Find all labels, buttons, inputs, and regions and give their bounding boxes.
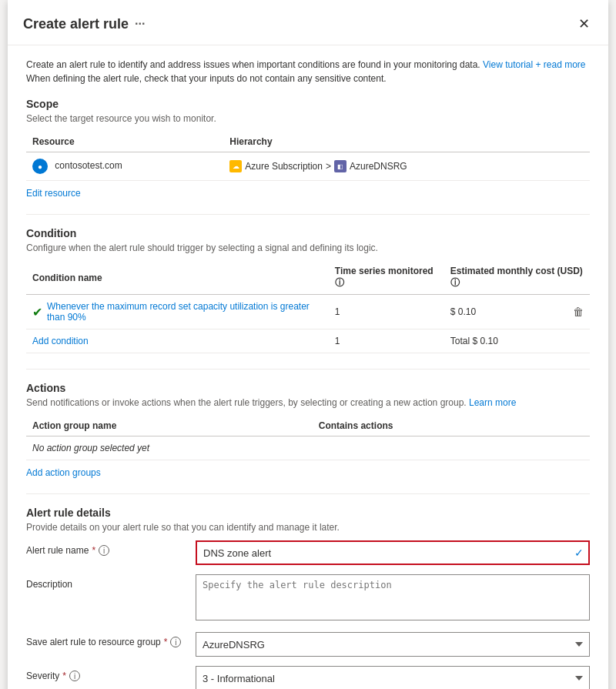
condition-cost-cell: $ 0.10 🗑	[444, 295, 590, 329]
total-time-series: 1	[329, 329, 444, 353]
actions-table: Action group name Contains actions No ac…	[26, 416, 590, 460]
view-tutorial-link[interactable]: View tutorial + read more	[483, 59, 586, 70]
close-button[interactable]: ✕	[575, 12, 593, 35]
severity-label: Severity * i	[26, 666, 196, 681]
divider-condition-actions	[26, 369, 590, 370]
add-condition-link[interactable]: Add condition	[32, 336, 89, 346]
condition-col-time: Time series monitored ⓘ	[329, 261, 444, 295]
create-alert-rule-modal: Create alert rule ··· ✕ Create an alert …	[8, 0, 608, 689]
resource-icon: ●	[32, 159, 48, 174]
delete-condition-icon[interactable]: 🗑	[573, 306, 584, 318]
alert-rule-name-label: Alert rule name * i	[26, 540, 196, 556]
scope-col-resource: Resource	[26, 132, 223, 152]
scope-table: Resource Hierarchy ● contosotest.com ☁	[26, 132, 590, 181]
condition-section: Condition Configure when the alert rule …	[26, 227, 590, 353]
condition-cost: $ 0.10	[450, 306, 476, 317]
add-action-groups-link[interactable]: Add action groups	[26, 467, 101, 478]
actions-description: Send notifications or invoke actions whe…	[26, 397, 590, 408]
condition-check-icon: ✔	[32, 305, 42, 319]
table-row: ● contosotest.com ☁ Azure Subscription >…	[26, 152, 590, 181]
resource-group-row: Save alert rule to resource group * i Az…	[26, 632, 590, 657]
no-action-text: No action group selected yet	[26, 436, 590, 460]
resource-name: contosotest.com	[55, 160, 122, 171]
condition-time-series: 1	[329, 295, 444, 329]
divider-actions-details	[26, 493, 590, 494]
modal-title-text: Create alert rule	[23, 16, 129, 32]
description-label: Description	[26, 574, 196, 590]
intro-text: Create an alert rule to identify and add…	[26, 58, 590, 85]
rg-info-icon[interactable]: i	[170, 637, 181, 647]
scope-description: Select the target resource you wish to m…	[26, 113, 590, 124]
condition-table: Condition name Time series monitored ⓘ E…	[26, 261, 590, 353]
rg-required-star: *	[164, 637, 168, 647]
severity-control: 3 - Informational	[196, 666, 590, 689]
learn-more-link[interactable]: Learn more	[469, 397, 516, 408]
actions-col-contains: Contains actions	[288, 416, 590, 436]
azure-sub-icon: ☁	[229, 160, 242, 172]
severity-info-icon[interactable]: i	[69, 671, 80, 681]
resource-group-label: Save alert rule to resource group * i	[26, 632, 196, 647]
name-required-star: *	[92, 545, 95, 556]
ellipsis-menu-icon[interactable]: ···	[135, 17, 145, 31]
resource-group-control: AzureDNSRG	[196, 632, 590, 657]
scope-col-hierarchy: Hierarchy	[223, 132, 590, 152]
condition-title: Condition	[26, 227, 590, 239]
condition-description: Configure when the alert rule should tri…	[26, 242, 590, 253]
divider-scope-condition	[26, 214, 590, 215]
modal-title-group: Create alert rule ···	[23, 16, 145, 32]
hierarchy-arrow: >	[326, 161, 331, 172]
actions-col-name: Action group name	[26, 416, 288, 436]
actions-section: Actions Send notifications or invoke act…	[26, 382, 590, 478]
description-control	[196, 574, 590, 623]
rg-text: AzureDNSRG	[350, 161, 407, 172]
alert-rule-name-input[interactable]	[196, 540, 590, 565]
name-input-check-icon: ✓	[574, 547, 584, 559]
name-info-icon[interactable]: i	[99, 545, 109, 556]
add-condition-row: Add condition 1 Total $ 0.10	[26, 329, 590, 353]
severity-required-star: *	[62, 671, 66, 681]
description-textarea[interactable]	[196, 574, 590, 620]
table-row: ✔ Whenever the maximum record set capaci…	[26, 295, 590, 329]
resource-group-select[interactable]: AzureDNSRG	[196, 632, 590, 657]
alert-rule-details-description: Provide details on your alert rule so th…	[26, 522, 590, 533]
description-row: Description	[26, 574, 590, 623]
rg-icon: ◧	[334, 160, 346, 172]
alert-rule-name-row: Alert rule name * i ✓	[26, 540, 590, 565]
scope-section: Scope Select the target resource you wis…	[26, 98, 590, 199]
alert-rule-name-control: ✓	[196, 540, 590, 565]
edit-resource-link[interactable]: Edit resource	[26, 188, 81, 199]
severity-row: Severity * i 3 - Informational	[26, 666, 590, 689]
severity-select[interactable]: 3 - Informational	[196, 666, 590, 689]
resource-cell: ● contosotest.com	[26, 152, 223, 181]
no-action-row: No action group selected yet	[26, 436, 590, 460]
modal-body: Create an alert rule to identify and add…	[8, 45, 608, 689]
condition-col-cost: Estimated monthly cost (USD) ⓘ	[444, 261, 590, 295]
total-cost: Total $ 0.10	[444, 329, 590, 353]
hierarchy-cell: ☁ Azure Subscription > ◧ AzureDNSRG	[223, 152, 590, 181]
add-condition-cell: Add condition	[26, 329, 329, 353]
azure-sub-text: Azure Subscription	[245, 161, 323, 172]
condition-name-cell: ✔ Whenever the maximum record set capaci…	[26, 295, 329, 329]
alert-rule-details-title: Alert rule details	[26, 507, 590, 519]
modal-header: Create alert rule ··· ✕	[8, 0, 608, 45]
scope-title: Scope	[26, 98, 590, 110]
alert-rule-details-section: Alert rule details Provide details on yo…	[26, 507, 590, 689]
actions-title: Actions	[26, 382, 590, 394]
condition-col-name: Condition name	[26, 261, 329, 295]
condition-name-link[interactable]: Whenever the maximum record set capacity…	[47, 301, 323, 323]
